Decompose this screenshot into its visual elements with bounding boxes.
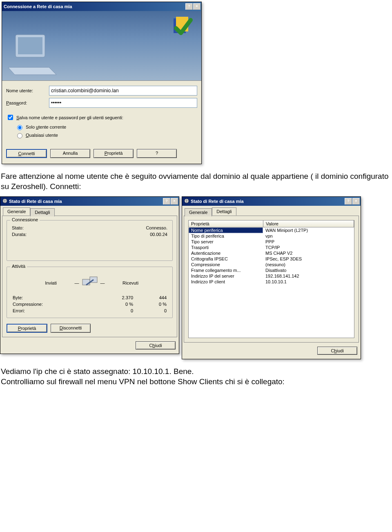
errors-recv: 0 [134,308,167,314]
network-icon [2,198,8,205]
dialog-title: Connessione a Rete di casa mia [4,4,72,9]
compression-label: Compressione: [13,301,100,307]
list-item[interactable]: Frame collegamento m...Disattivato [189,267,354,273]
close-icon[interactable]: × [352,198,360,205]
document-text-1: Fare attenzione al nome utente che è seg… [1,171,392,191]
group-activity-title: Attività [10,264,27,269]
list-header: Proprietà Valore [188,220,354,227]
property-cell: Nome periferica [189,227,263,233]
radio-any-user-label: Qualsiasi utente [26,133,58,138]
errors-label: Errori: [13,308,100,314]
list-item[interactable]: Compressione(nessuno) [189,262,354,267]
shield-check-icon [170,16,193,40]
cancel-button[interactable]: Annulla [50,149,90,158]
document-text-2a: Vediamo l'ip che ci è stato assegnato: 1… [1,367,392,377]
property-cell: Compressione [189,262,263,267]
help-button[interactable]: ? [137,149,177,158]
username-input[interactable] [49,86,197,96]
username-label: Nome utente: [6,88,49,93]
property-cell: Crittografia IPSEC [189,256,263,262]
value-cell: 192.168.141.142 [263,273,354,279]
bytes-sent: 2.370 [100,295,133,301]
tab-general[interactable]: Generale [185,208,212,216]
svg-rect-6 [82,279,90,285]
duration-label: Durata: [12,232,27,237]
properties-button[interactable]: Proprietà [94,149,134,158]
dialog-title: Stato di Rete di casa mia [9,199,62,204]
close-icon[interactable]: × [193,3,200,10]
radio-current-user[interactable] [17,125,22,130]
list-item[interactable]: Tipo di perifericavpn [189,233,354,239]
value-cell: Disattivato [263,267,354,273]
errors-sent: 0 [100,308,133,314]
titlebar: Stato di Rete di casa mia ? × [182,197,361,206]
value-cell: PPP [263,239,354,245]
tab-details[interactable]: Dettagli [212,207,236,216]
col-value[interactable]: Valore [263,220,354,227]
close-button[interactable]: Chiudi [136,341,176,349]
bytes-recv: 444 [134,295,167,301]
list-item[interactable]: Crittografia IPSECIPSec, ESP 3DES [189,256,354,262]
compression-sent: 0 % [100,301,133,307]
tab-details[interactable]: Dettagli [30,208,54,216]
property-cell: Indirizzo IP del server [189,273,263,279]
details-list[interactable]: Nome perifericaWAN Miniport (L2TP)Tipo d… [188,227,354,338]
value-cell: 10.10.10.1 [263,279,354,285]
network-icon [184,198,189,205]
connect-button[interactable]: Connetti [6,149,47,158]
duration-value: 00.00.24 [150,232,167,237]
list-item[interactable]: Indirizzo IP client10.10.10.1 [189,279,354,285]
radio-any-user[interactable] [17,133,22,138]
group-connection-title: Connessione [10,217,40,222]
dialog-title: Stato di Rete di casa mia [191,199,244,204]
value-cell: vpn [263,233,354,239]
list-item[interactable]: Nome perifericaWAN Miniport (L2TP) [189,227,354,233]
value-cell: MS CHAP V2 [263,250,354,256]
list-item[interactable]: TrasportiTCP/IP [189,245,354,250]
radio-current-user-label: Solo utente corrente [26,125,66,129]
property-cell: Trasporti [189,245,263,250]
properties-button[interactable]: Proprietà [7,324,47,333]
list-item[interactable]: AutenticazioneMS CHAP V2 [189,250,354,256]
close-icon[interactable]: × [171,198,178,205]
property-cell: Indirizzo IP client [189,279,263,285]
value-cell: IPSec, ESP 3DES [263,256,354,262]
titlebar: Connessione a Rete di casa mia ? × [2,2,201,11]
titlebar: Stato di Rete di casa mia ? × [0,197,179,206]
compression-recv: 0 % [134,301,167,307]
value-cell: TCP/IP [263,245,354,250]
close-button[interactable]: Chiudi [317,347,357,355]
tab-general[interactable]: Generale [3,207,30,216]
property-cell: Frame collegamento m... [189,267,263,273]
save-credentials-label: Salva nome utente e password per gli ute… [16,115,123,120]
svg-rect-1 [18,37,42,54]
col-property[interactable]: Proprietà [189,220,263,227]
status-dialog-details: Stato di Rete di casa mia ? × Generale D… [182,196,361,359]
laptop-icon [8,31,57,76]
property-cell: Autenticazione [189,250,263,256]
connection-dialog: Connessione a Rete di casa mia ? × [2,2,202,164]
computers-icon [82,276,98,290]
state-label: Stato: [12,225,24,230]
disconnect-button[interactable]: Disconnetti [51,324,91,333]
password-label: Password: [6,100,49,105]
bytes-label: Byte: [13,295,100,301]
help-icon[interactable]: ? [345,198,352,205]
recv-label: Ricevuti [122,280,167,285]
banner-image [2,11,201,81]
property-cell: Tipo di periferica [189,233,263,239]
sent-label: Inviati [12,280,57,285]
value-cell: (nessuno) [263,262,354,267]
help-icon[interactable]: ? [163,198,170,205]
value-cell: WAN Miniport (L2TP) [263,227,354,233]
property-cell: Tipo server [189,239,263,245]
document-text-2b: Controlliamo sul firewall nel menu VPN n… [1,377,392,387]
list-item[interactable]: Indirizzo IP del server192.168.141.142 [189,273,354,279]
status-dialog-general: Stato di Rete di casa mia ? × Generale D… [0,196,179,354]
svg-marker-2 [8,67,56,75]
save-credentials-checkbox[interactable] [8,115,13,120]
password-input[interactable] [49,98,197,108]
list-item[interactable]: Tipo serverPPP [189,239,354,245]
help-icon[interactable]: ? [185,3,193,10]
state-value: Connesso. [146,225,167,230]
